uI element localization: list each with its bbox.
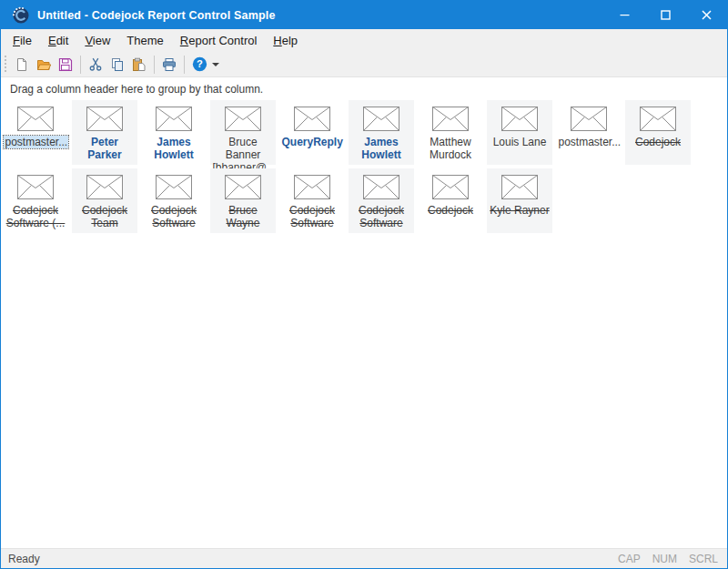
mail-item-label: QueryReply xyxy=(280,136,345,148)
codejock-gear-icon xyxy=(12,6,29,24)
envelope-icon xyxy=(156,175,192,199)
mail-item-label: Matthew Murdock xyxy=(428,136,473,161)
statusbar: Ready CAPNUMSCRL xyxy=(1,548,727,568)
menu-theme[interactable]: Theme xyxy=(118,31,171,50)
close-icon xyxy=(702,10,712,20)
envelope-icon xyxy=(501,175,538,199)
window-title: Untitled - Codejock Report Control Sampl… xyxy=(37,9,276,22)
envelope-icon xyxy=(225,175,261,199)
print-button[interactable] xyxy=(158,54,180,76)
mail-item-label: Codejock Team xyxy=(80,204,129,229)
copy-button[interactable] xyxy=(106,54,128,76)
mail-item[interactable]: Codejock Software (... xyxy=(3,168,68,233)
paste-clipboard-icon xyxy=(132,57,147,72)
open-button[interactable] xyxy=(33,54,55,76)
cut-scissors-icon xyxy=(88,57,103,72)
menubar: FileEditViewThemeReport ControlHelp xyxy=(1,29,727,52)
envelope-icon xyxy=(156,107,192,131)
copy-icon xyxy=(110,57,125,72)
mail-item-label: Codejock Software xyxy=(149,204,198,229)
indicator-scrl: SCRL xyxy=(689,553,718,565)
app-window: Untitled - Codejock Report Control Sampl… xyxy=(0,0,728,569)
mail-items-grid: postmaster... Peter Parker James Howlett… xyxy=(1,100,727,233)
save-floppy-icon xyxy=(58,57,73,72)
cut-button[interactable] xyxy=(85,54,106,76)
mail-item-label: Kyle Rayner xyxy=(488,204,551,217)
envelope-icon xyxy=(294,175,330,199)
help-button[interactable]: ? xyxy=(188,54,210,76)
mail-item[interactable]: Codejock Team xyxy=(72,168,137,233)
mail-item-label: Louis Lane xyxy=(491,136,549,148)
mail-item[interactable]: James Howlett xyxy=(349,100,414,165)
envelope-icon xyxy=(363,107,399,131)
close-button[interactable] xyxy=(686,1,727,29)
toolbar-separator xyxy=(184,56,185,74)
status-text: Ready xyxy=(1,553,40,565)
menu-help[interactable]: Help xyxy=(265,31,306,50)
mail-item-label: Codejock xyxy=(633,136,682,148)
toolbar-separator xyxy=(154,56,155,74)
svg-text:?: ? xyxy=(197,58,203,69)
mail-item[interactable]: James Howlett xyxy=(141,100,207,165)
mail-item[interactable]: Louis Lane xyxy=(487,100,552,165)
mail-item[interactable]: Codejock Software xyxy=(279,168,345,233)
mail-item-label: Codejock Software xyxy=(288,204,337,229)
envelope-icon xyxy=(501,107,538,131)
envelope-icon xyxy=(640,107,676,131)
envelope-icon xyxy=(225,107,261,131)
report-control: Drag a column header here to group by th… xyxy=(1,77,727,548)
mail-item-label: James Howlett xyxy=(359,136,402,161)
mail-item[interactable]: Matthew Murdock xyxy=(418,100,483,165)
help-icon: ? xyxy=(192,56,207,72)
envelope-icon xyxy=(432,175,469,199)
help-dropdown-arrow[interactable] xyxy=(212,63,219,66)
keyboard-indicators: CAPNUMSCRL xyxy=(618,553,727,565)
indicator-cap: CAP xyxy=(618,553,641,565)
mail-item[interactable]: postmaster... xyxy=(556,100,622,165)
mail-item[interactable]: Kyle Rayner xyxy=(487,168,552,233)
mail-item[interactable]: Bruce Wayne xyxy=(210,168,276,233)
menu-view[interactable]: View xyxy=(76,31,118,50)
mail-item[interactable]: Peter Parker xyxy=(72,100,137,165)
mail-item[interactable]: postmaster... xyxy=(3,100,68,165)
mail-item[interactable]: Codejock Software xyxy=(141,168,207,233)
mail-item[interactable]: QueryReply xyxy=(279,100,345,165)
menu-edit[interactable]: Edit xyxy=(40,31,76,50)
mail-item-label: Codejock Software xyxy=(357,204,406,229)
mail-item-label: Codejock xyxy=(426,204,475,217)
print-icon xyxy=(162,57,177,72)
mail-item-label: Bruce Wayne xyxy=(211,204,276,229)
menu-report-control[interactable]: Report Control xyxy=(172,31,266,50)
envelope-icon xyxy=(17,175,54,199)
caption-buttons xyxy=(604,1,727,29)
menu-file[interactable]: File xyxy=(5,31,40,50)
new-button[interactable] xyxy=(11,54,33,76)
mail-item[interactable]: Codejock xyxy=(418,168,483,233)
envelope-icon xyxy=(86,107,123,131)
envelope-icon xyxy=(363,175,399,199)
new-document-icon xyxy=(15,57,29,72)
save-button[interactable] xyxy=(55,54,76,76)
mail-item-label: James Howlett xyxy=(152,136,195,161)
envelope-icon xyxy=(432,107,469,131)
envelope-icon xyxy=(571,107,607,131)
mail-item[interactable]: Codejock Software xyxy=(349,168,414,233)
indicator-num: NUM xyxy=(652,553,677,565)
mail-item[interactable]: Bruce Banner [bbanner@... xyxy=(210,100,276,165)
envelope-icon xyxy=(86,175,123,199)
envelope-icon xyxy=(17,107,54,131)
toolbar: ? xyxy=(1,52,727,77)
open-folder-icon xyxy=(36,57,51,72)
maximize-icon xyxy=(661,10,671,20)
paste-button[interactable] xyxy=(128,54,150,76)
mail-item-label: postmaster... xyxy=(4,136,68,148)
mail-item[interactable]: Codejock xyxy=(625,100,691,165)
titlebar: Untitled - Codejock Report Control Sampl… xyxy=(1,1,727,29)
mail-item-label: Peter Parker xyxy=(73,136,137,161)
maximize-button[interactable] xyxy=(645,1,686,29)
toolbar-grip-handle[interactable] xyxy=(4,56,8,74)
group-by-box[interactable]: Drag a column header here to group by th… xyxy=(1,77,727,100)
mail-item-label: Codejock Software (... xyxy=(5,204,67,229)
minimize-button[interactable] xyxy=(604,1,645,29)
minimize-icon xyxy=(620,10,630,20)
